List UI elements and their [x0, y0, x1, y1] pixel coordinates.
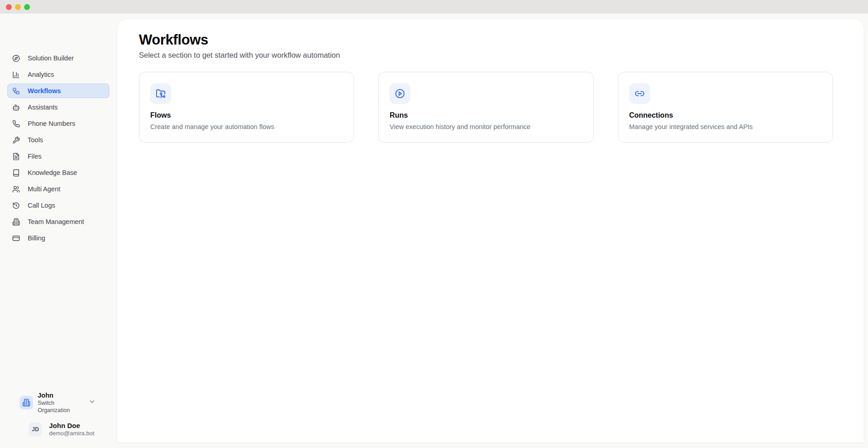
sidebar-item-label: Solution Builder — [28, 55, 74, 62]
sidebar-item-multi-agent[interactable]: Multi Agent — [7, 182, 109, 196]
sidebar-item-label: Tools — [28, 136, 43, 144]
user-name: John Doe — [49, 422, 94, 430]
sidebar-item-assistants[interactable]: Assistants — [7, 100, 109, 114]
org-switcher[interactable]: John Switch Organization — [7, 393, 109, 412]
building-icon — [20, 396, 33, 409]
card-description: Create and manage your automation flows — [150, 123, 343, 131]
sidebar-item-label: Assistants — [28, 104, 58, 111]
compass-icon — [12, 55, 20, 62]
sidebar-item-team-management[interactable]: Team Management — [7, 214, 109, 229]
sidebar-item-tools[interactable]: Tools — [7, 133, 109, 147]
section-card-connections[interactable]: Connections Manage your integrated servi… — [618, 72, 833, 143]
folder-git-icon — [150, 83, 171, 104]
sidebar-bottom: John Switch Organization JD John Doe dem… — [0, 393, 117, 448]
user-email: demo@amira.bot — [49, 430, 94, 437]
sidebar-item-label: Billing — [28, 234, 45, 242]
org-name: John — [38, 392, 84, 399]
chevron-down-icon — [89, 398, 96, 407]
sidebar-item-call-logs[interactable]: Call Logs — [7, 198, 109, 213]
sidebar-item-label: Analytics — [28, 71, 54, 78]
section-card-flows[interactable]: Flows Create and manage your automation … — [139, 72, 354, 143]
sidebar-item-phone-numbers[interactable]: Phone Numbers — [7, 116, 109, 131]
sidebar-item-label: Knowledge Base — [28, 169, 77, 176]
page-subtitle: Select a section to get started with you… — [139, 50, 842, 60]
sidebar-item-solution-builder[interactable]: Solution Builder — [7, 51, 109, 65]
avatar: JD — [29, 423, 42, 436]
sidebar-item-label: Files — [28, 153, 42, 160]
main-panel: Workflows Select a section to get starte… — [117, 18, 864, 443]
workflow-icon — [12, 87, 20, 95]
user-profile[interactable]: JD John Doe demo@amira.bot — [7, 422, 109, 437]
sidebar-item-label: Phone Numbers — [28, 120, 75, 127]
card-title: Connections — [629, 111, 822, 119]
history-icon — [12, 202, 20, 209]
sidebar-item-knowledge-base[interactable]: Knowledge Base — [7, 165, 109, 180]
zoom-button[interactable] — [24, 4, 30, 10]
building-icon — [12, 218, 20, 226]
sidebar-item-files[interactable]: Files — [7, 149, 109, 164]
sidebar-item-billing[interactable]: Billing — [7, 231, 109, 245]
minimize-button[interactable] — [15, 4, 21, 10]
sidebar-item-workflows[interactable]: Workflows — [7, 84, 109, 98]
sidebar-item-label: Multi Agent — [28, 185, 60, 193]
card-title: Runs — [390, 111, 582, 119]
phone-icon — [12, 120, 20, 128]
play-circle-icon — [390, 83, 410, 104]
sidebar-item-label: Call Logs — [28, 202, 55, 209]
card-title: Flows — [150, 111, 343, 119]
bar-chart-icon — [12, 71, 20, 79]
card-description: View execution history and monitor perfo… — [390, 123, 582, 131]
sidebar-item-analytics[interactable]: Analytics — [7, 67, 109, 82]
sidebar: Solution Builder Analytics Workflows Ass… — [0, 14, 117, 448]
section-card-runs[interactable]: Runs View execution history and monitor … — [378, 72, 593, 143]
credit-card-icon — [12, 234, 20, 242]
sidebar-item-label: Team Management — [28, 218, 84, 225]
wrench-icon — [12, 136, 20, 144]
card-description: Manage your integrated services and APIs — [629, 123, 822, 131]
section-cards: Flows Create and manage your automation … — [139, 72, 833, 143]
sidebar-nav: Solution Builder Analytics Workflows Ass… — [0, 14, 117, 245]
link-icon — [629, 83, 650, 104]
book-icon — [12, 169, 20, 177]
file-text-icon — [12, 153, 20, 160]
page-title: Workflows — [139, 32, 842, 48]
bot-icon — [12, 104, 20, 111]
sidebar-item-label: Workflows — [28, 87, 61, 95]
org-switch-label: Switch Organization — [38, 399, 84, 414]
close-button[interactable] — [6, 4, 12, 10]
window-titlebar — [0, 0, 868, 14]
users-icon — [12, 185, 20, 193]
